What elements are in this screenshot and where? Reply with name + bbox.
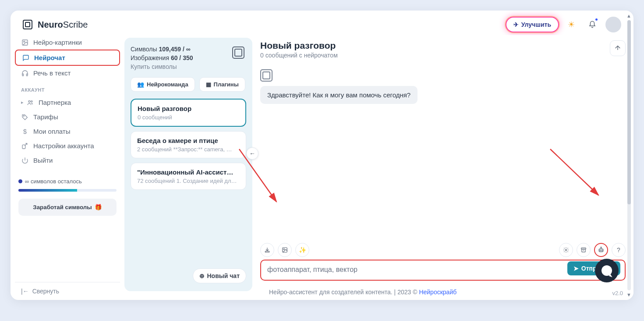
archive-button[interactable] xyxy=(577,243,591,257)
svg-point-16 xyxy=(602,250,602,251)
sidebar-item-logout[interactable]: Выйти xyxy=(15,153,120,168)
scrollbar[interactable]: ▲ ▼ xyxy=(627,20,631,290)
chat-toolbar: ✨ ? xyxy=(260,240,626,260)
sidebar-item-label: Настройки аккаунта xyxy=(33,142,94,150)
bot-avatar-icon xyxy=(260,69,272,82)
usage-dot-icon xyxy=(18,179,22,183)
sidebar-item-images[interactable]: Нейро-картинки xyxy=(15,35,120,50)
version-label: v2.0 xyxy=(612,290,623,296)
svg-point-17 xyxy=(601,247,602,248)
panel-tabs: 👥 Нейрокоманда ▦ Плагины xyxy=(131,77,246,92)
sidebar-item-settings[interactable]: Настройки аккаунта xyxy=(15,139,120,153)
help-button[interactable]: ? xyxy=(612,243,626,257)
sidebar-section-label: АККАУНТ xyxy=(15,80,120,95)
settings-button[interactable] xyxy=(559,243,573,257)
conversation-item[interactable]: "Инновационный AI-ассист… 72 сообщений 1… xyxy=(131,163,246,190)
symbols-stat: Символы 109,459 / ∞ xyxy=(131,46,246,53)
chat-input-box: ➤ Отправить xyxy=(260,260,626,281)
conversation-title: Беседа о камере и птице xyxy=(137,137,240,144)
tab-plugins[interactable]: ▦ Плагины xyxy=(199,77,245,92)
svg-point-15 xyxy=(600,250,601,251)
conversations-panel: Символы 109,459 / ∞ Изображения 60 / 350… xyxy=(124,38,252,291)
dollar-icon: $ xyxy=(21,128,29,135)
headphones-icon xyxy=(21,70,29,77)
scroll-down-icon[interactable]: ▼ xyxy=(626,292,631,297)
chat-icon xyxy=(22,54,30,61)
sidebar-item-payments[interactable]: $ Мои оплаты xyxy=(15,124,120,139)
buy-symbols-link[interactable]: Купить символы xyxy=(131,63,246,70)
svg-point-6 xyxy=(23,115,24,116)
conversation-title: Новый разговор xyxy=(138,105,239,112)
sidebar-item-neurochat[interactable]: Нейрочат xyxy=(15,50,120,66)
scroll-up-icon[interactable]: ▲ xyxy=(626,13,631,18)
power-icon xyxy=(21,157,29,164)
sidebar-item-label: Мои оплаты xyxy=(33,128,70,135)
share-button[interactable] xyxy=(610,40,626,56)
footer-link[interactable]: Нейроскрайб xyxy=(419,289,456,296)
scrollbar-thumb[interactable] xyxy=(627,20,631,204)
sidebar-item-label: Речь в текст xyxy=(33,69,71,77)
header: NeuroScribe ✈ Улучшить ☀ xyxy=(11,11,633,35)
chat-area: Новый разговор 0 сообщений с нейрочатом … xyxy=(252,35,633,300)
earn-symbols-button[interactable]: Заработай символы 🎁 xyxy=(18,199,117,216)
attach-image-button[interactable] xyxy=(278,243,292,257)
sidebar-item-partner[interactable]: ▸ Партнерка xyxy=(15,95,120,110)
svg-point-10 xyxy=(283,249,284,250)
chat-input[interactable] xyxy=(267,266,619,274)
conversation-sub: 2 сообщений **Запрос:** camera, … xyxy=(137,146,240,153)
sidebar-item-label: Партнерка xyxy=(39,99,71,106)
svg-rect-3 xyxy=(26,74,28,76)
magic-button[interactable]: ✨ xyxy=(295,243,309,257)
robot-button[interactable] xyxy=(594,243,608,257)
rocket-icon: ✈ xyxy=(513,21,519,28)
gift-icon: 🎁 xyxy=(95,204,102,210)
sidebar: Нейро-картинки Нейрочат Речь в текст АКК… xyxy=(11,35,124,300)
conversation-sub: 72 сообщений 1. Создание идей для… xyxy=(137,178,240,184)
svg-rect-8 xyxy=(265,251,269,252)
new-chat-button[interactable]: ⊕ Новый чат xyxy=(193,268,247,283)
image-icon xyxy=(21,39,29,46)
app-body: Нейро-картинки Нейрочат Речь в текст АКК… xyxy=(11,35,633,300)
sidebar-collapse[interactable]: |← Свернуть xyxy=(15,282,120,300)
support-fab[interactable] xyxy=(595,259,619,282)
app-window: NeuroScribe ✈ Улучшить ☀ Нейро-картинки xyxy=(11,11,633,300)
users-icon xyxy=(26,99,34,106)
panel-logo-icon xyxy=(232,46,244,59)
main: Символы 109,459 / ∞ Изображения 60 / 350… xyxy=(124,35,633,300)
sidebar-item-speech[interactable]: Речь в текст xyxy=(15,66,120,80)
tab-neuroteam[interactable]: 👥 Нейрокоманда xyxy=(131,77,195,92)
usage-row: ∞ символов осталось xyxy=(18,178,117,185)
svg-point-11 xyxy=(565,249,567,251)
svg-rect-2 xyxy=(22,74,24,76)
sidebar-item-label: Тарифы xyxy=(33,113,58,121)
images-stat: Изображения 60 / 350 xyxy=(131,54,246,61)
team-icon: 👥 xyxy=(137,81,144,88)
logo-icon xyxy=(23,20,32,29)
settings-out-icon xyxy=(21,143,29,150)
plus-icon: ⊕ xyxy=(199,272,205,279)
usage-text: ∞ символов осталось xyxy=(25,178,82,185)
caret-right-icon: ▸ xyxy=(21,100,24,105)
chat-title: Новый разговор xyxy=(260,40,338,51)
chat-subtitle: 0 сообщений с нейрочатом xyxy=(260,52,338,59)
conversation-sub: 0 сообщений xyxy=(138,114,239,121)
svg-point-5 xyxy=(31,100,32,102)
attach-file-button[interactable] xyxy=(260,243,274,257)
notifications-icon[interactable] xyxy=(584,17,600,32)
send-icon: ➤ xyxy=(573,265,579,272)
conversation-item[interactable]: Новый разговор 0 сообщений xyxy=(131,99,246,127)
improve-button[interactable]: ✈ Улучшить xyxy=(506,18,558,32)
usage-bar xyxy=(18,189,117,192)
tag-icon xyxy=(21,114,29,121)
chat-header: Новый разговор 0 сообщений с нейрочатом xyxy=(260,40,626,59)
svg-point-4 xyxy=(28,100,30,102)
sidebar-item-tariffs[interactable]: Тарифы xyxy=(15,110,120,124)
grid-icon: ▦ xyxy=(206,81,211,88)
theme-toggle-icon[interactable]: ☀ xyxy=(563,17,579,32)
avatar[interactable] xyxy=(605,17,621,32)
conversation-item[interactable]: Беседа о камере и птице 2 сообщений **За… xyxy=(131,131,246,158)
conversation-title: "Инновационный AI-ассист… xyxy=(137,168,240,176)
svg-point-1 xyxy=(24,41,25,42)
sidebar-item-label: Нейро-картинки xyxy=(33,39,82,46)
chat-body: Здравствуйте! Как я могу вам помочь сего… xyxy=(260,59,626,240)
